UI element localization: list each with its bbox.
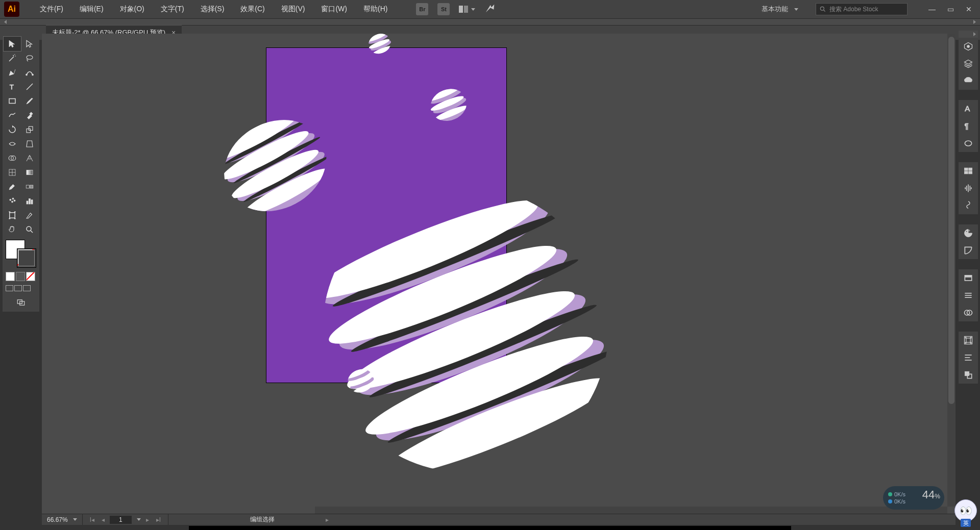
layers-panel-icon[interactable] xyxy=(959,55,978,72)
menu-object[interactable]: 对象(O) xyxy=(112,0,153,18)
rectangle-tool[interactable] xyxy=(4,94,21,108)
workspace-switcher[interactable]: 基本功能 xyxy=(762,5,788,14)
chevron-down-icon xyxy=(794,8,798,11)
swatches-panel-icon[interactable] xyxy=(959,269,978,287)
paragraph-panel-icon[interactable]: ¶ xyxy=(959,117,978,135)
art-sphere-small-1[interactable] xyxy=(435,91,464,120)
cc-libraries-icon[interactable] xyxy=(959,72,978,90)
perspective-grid-tool[interactable] xyxy=(21,151,38,165)
menu-type[interactable]: 文字(T) xyxy=(153,0,192,18)
zoom-level[interactable]: 66.67% xyxy=(42,514,83,525)
blend-tool[interactable] xyxy=(21,180,38,194)
svg-point-31 xyxy=(967,45,970,48)
menu-edit[interactable]: 编辑(E) xyxy=(71,0,112,18)
free-transform-tool[interactable] xyxy=(21,137,38,151)
type-tool[interactable]: T xyxy=(4,80,21,94)
menu-window[interactable]: 窗口(W) xyxy=(313,0,355,18)
svg-rect-26 xyxy=(10,213,15,218)
stroke-color-swatch[interactable] xyxy=(17,248,36,268)
menu-help[interactable]: 帮助(H) xyxy=(355,0,396,18)
svg-text:T: T xyxy=(10,83,14,91)
gradient-panel-icon[interactable] xyxy=(959,349,978,366)
stroke-panel-icon[interactable] xyxy=(959,332,978,349)
slice-tool[interactable] xyxy=(21,208,38,222)
svg-rect-36 xyxy=(969,168,972,170)
canvas-area[interactable] xyxy=(42,34,955,515)
brushes-panel-icon[interactable] xyxy=(959,287,978,304)
transparency-panel-icon[interactable] xyxy=(959,366,978,384)
svg-point-4 xyxy=(32,74,34,75)
column-graph-tool[interactable] xyxy=(21,194,38,208)
menu-select[interactable]: 选择(S) xyxy=(192,0,233,18)
shaper-tool[interactable] xyxy=(4,108,21,122)
arrange-docs-icon[interactable] xyxy=(459,6,475,13)
eyedropper-tool[interactable] xyxy=(4,180,21,194)
symbols-panel-icon[interactable] xyxy=(959,304,978,321)
dock-collapse-icon[interactable] xyxy=(973,32,976,36)
color-guide-panel-icon[interactable] xyxy=(959,242,978,259)
art-sphere-tiny-top[interactable] xyxy=(371,35,389,53)
draw-normal-icon[interactable] xyxy=(6,285,13,291)
curvature-tool[interactable] xyxy=(21,65,38,80)
color-mode-solid[interactable] xyxy=(6,272,15,281)
status-mode[interactable]: 编组选择 xyxy=(168,514,280,525)
line-tool[interactable] xyxy=(21,80,38,94)
screen-mode-tool[interactable] xyxy=(4,295,38,310)
draw-behind-icon[interactable] xyxy=(14,285,22,291)
gpu-preview-icon[interactable] xyxy=(484,3,496,16)
width-tool[interactable] xyxy=(4,137,21,151)
fill-stroke-swatch[interactable] xyxy=(6,240,36,268)
artboard-prev-icon[interactable]: ◂ xyxy=(100,516,107,523)
pathfinder-panel-icon[interactable] xyxy=(959,180,978,197)
eraser-tool[interactable] xyxy=(21,108,38,122)
zoom-tool[interactable] xyxy=(21,222,38,237)
draw-inside-icon[interactable] xyxy=(23,285,31,291)
pen-tool[interactable] xyxy=(4,65,21,80)
shape-builder-tool[interactable] xyxy=(4,151,21,165)
vertical-scrollbar[interactable] xyxy=(947,34,955,507)
mesh-tool[interactable] xyxy=(4,165,21,180)
window-close[interactable]: ✕ xyxy=(962,4,976,14)
lasso-tool[interactable] xyxy=(21,51,38,65)
direct-selection-tool[interactable] xyxy=(21,37,38,51)
svg-point-21 xyxy=(12,201,13,203)
network-speed-widget[interactable]: 0K/s 0K/s 44% xyxy=(883,486,944,510)
color-mode-none[interactable] xyxy=(26,272,35,281)
svg-point-2 xyxy=(27,56,33,60)
menu-view[interactable]: 视图(V) xyxy=(273,0,313,18)
art-sphere-large[interactable] xyxy=(363,228,568,432)
hand-tool[interactable] xyxy=(4,222,21,237)
window-maximize[interactable]: ▭ xyxy=(943,4,958,14)
rotate-tool[interactable] xyxy=(4,122,21,137)
bridge-icon[interactable]: Br xyxy=(416,3,428,15)
gradient-tool[interactable] xyxy=(21,165,38,180)
artboard-tool[interactable] xyxy=(4,208,21,222)
artboard-index[interactable]: 1 xyxy=(110,516,132,524)
transform-panel-icon[interactable] xyxy=(959,197,978,214)
artboard-first-icon[interactable]: I◂ xyxy=(88,516,96,523)
align-panel-icon[interactable] xyxy=(959,162,978,180)
paintbrush-tool[interactable] xyxy=(21,94,38,108)
window-minimize[interactable]: — xyxy=(925,4,939,14)
color-mode-gradient[interactable] xyxy=(16,272,25,281)
color-panel-icon[interactable] xyxy=(959,224,978,242)
collapse-left-icon[interactable] xyxy=(4,20,7,24)
magic-wand-tool[interactable] xyxy=(4,51,21,65)
character-panel-icon[interactable]: A xyxy=(959,100,978,117)
symbol-sprayer-tool[interactable] xyxy=(4,194,21,208)
art-sphere-medium[interactable] xyxy=(235,125,316,207)
artboard-next-icon[interactable]: ▸ xyxy=(144,516,151,523)
properties-panel-icon[interactable] xyxy=(959,38,978,55)
search-stock[interactable]: 搜索 Adobe Stock xyxy=(816,3,908,15)
menu-file[interactable]: 文件(F) xyxy=(32,0,71,18)
selection-tool[interactable] xyxy=(4,37,21,51)
status-menu-arrow-icon[interactable]: ▸ xyxy=(326,516,329,523)
artboard-last-icon[interactable]: ▸I xyxy=(154,516,163,523)
stock-icon[interactable]: St xyxy=(437,3,450,15)
menu-effect[interactable]: 效果(C) xyxy=(232,0,273,18)
scale-tool[interactable] xyxy=(21,122,38,137)
opentype-panel-icon[interactable] xyxy=(959,135,978,152)
ime-indicator[interactable]: 英 xyxy=(961,519,971,527)
collapse-right-icon[interactable] xyxy=(973,20,976,24)
art-sphere-tiny-bottom[interactable] xyxy=(351,370,372,392)
